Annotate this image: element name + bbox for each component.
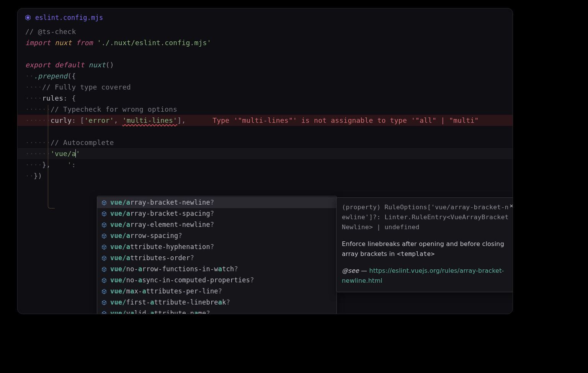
error-line[interactable]: ······curly: ['error', 'multi-lines'],Ty…	[18, 115, 513, 126]
code-line[interactable]: ··})	[18, 170, 513, 181]
autocomplete-label: vue/array-bracket-spacing?	[110, 208, 214, 219]
autocomplete-label: vue/attributes-order?	[110, 252, 194, 264]
svg-marker-1	[27, 16, 29, 19]
autocomplete-item[interactable]: vue/array-element-newline?	[97, 219, 336, 230]
inline-error-message: Type '"multi-lines"' is not assignable t…	[212, 116, 479, 124]
property-icon	[101, 233, 107, 239]
autocomplete-item[interactable]: vue/first-attribute-linebreak?	[97, 297, 336, 308]
code-line[interactable]: ····// Fully type covered	[18, 81, 513, 93]
eslint-file-icon	[24, 14, 31, 21]
signature-text: (property) RuleOptions['vue/array-bracke…	[342, 202, 512, 232]
autocomplete-label: vue/first-attribute-linebreak?	[110, 297, 230, 308]
autocomplete-label: vue/attribute-hyphenation?	[110, 241, 214, 252]
ghost-text: ':	[67, 161, 76, 169]
autocomplete-label: vue/array-bracket-newline?	[110, 197, 214, 208]
tab-bar: eslint.config.mjs	[18, 8, 513, 24]
property-icon	[101, 311, 107, 314]
code-line[interactable]	[18, 48, 513, 59]
type-error-token: 'multi-lines'	[122, 116, 177, 124]
property-icon	[101, 300, 107, 306]
autocomplete-label: vue/valid-attribute-name?	[110, 308, 210, 314]
code-area[interactable]: // @ts-check import nuxt from './.nuxt/e…	[18, 24, 513, 181]
tab-filename[interactable]: eslint.config.mjs	[35, 14, 103, 21]
code-line[interactable]: ··.prepend({	[18, 70, 513, 81]
code-line[interactable]: export default nuxt()	[18, 59, 513, 70]
indent-guide-hook	[48, 203, 55, 208]
property-icon	[101, 288, 107, 295]
autocomplete-item[interactable]: vue/no-async-in-computed-properties?	[97, 275, 336, 286]
autocomplete-item[interactable]: vue/array-bracket-newline?	[97, 197, 336, 208]
autocomplete-item[interactable]: vue/max-attributes-per-line?	[97, 286, 336, 297]
see-also: @see — https://eslint.vuejs.org/rules/ar…	[342, 266, 512, 286]
comment-text: // @ts-check	[25, 28, 76, 36]
property-icon	[101, 200, 107, 206]
editor-frame: eslint.config.mjs // @ts-check import nu…	[17, 8, 513, 314]
code-line[interactable]: ······// Typecheck for wrong options	[18, 104, 513, 115]
documentation-popup: ✕ (property) RuleOptions['vue/array-brac…	[336, 197, 513, 292]
code-line[interactable]: // @ts-check	[18, 26, 513, 37]
code-line[interactable]: ····},':	[18, 159, 513, 170]
active-line[interactable]: ······'vue/a'	[18, 148, 513, 159]
autocomplete-label: vue/arrow-spacing?	[110, 230, 182, 241]
property-icon	[101, 277, 107, 283]
code-line[interactable]: import nuxt from './.nuxt/eslint.config.…	[18, 37, 513, 48]
close-icon[interactable]: ✕	[510, 201, 513, 211]
autocomplete-label: vue/max-attributes-per-line?	[110, 286, 222, 297]
autocomplete-item[interactable]: vue/arrow-spacing?	[97, 230, 336, 241]
property-icon	[101, 211, 107, 217]
autocomplete-item[interactable]: vue/attributes-order?	[97, 252, 336, 264]
property-icon	[101, 255, 107, 261]
code-line[interactable]: ······// Autocomplete	[18, 137, 513, 148]
autocomplete-item[interactable]: vue/attribute-hyphenation?	[97, 241, 336, 252]
autocomplete-popup[interactable]: vue/array-bracket-newline?vue/array-brac…	[97, 196, 337, 314]
autocomplete-item[interactable]: vue/valid-attribute-name?	[97, 308, 336, 314]
property-icon	[101, 222, 107, 228]
code-line[interactable]	[18, 126, 513, 137]
code-line[interactable]: ····rules: {	[18, 93, 513, 104]
autocomplete-item[interactable]: vue/no-arrow-functions-in-watch?	[97, 264, 336, 275]
autocomplete-item[interactable]: vue/array-bracket-spacing?	[97, 208, 336, 219]
property-icon	[101, 244, 107, 250]
property-icon	[101, 266, 107, 272]
description-text: Enforce linebreaks after opening and bef…	[342, 239, 512, 259]
autocomplete-label: vue/no-async-in-computed-properties?	[110, 275, 254, 286]
autocomplete-label: vue/array-element-newline?	[110, 219, 214, 230]
autocomplete-label: vue/no-arrow-functions-in-watch?	[110, 264, 238, 275]
